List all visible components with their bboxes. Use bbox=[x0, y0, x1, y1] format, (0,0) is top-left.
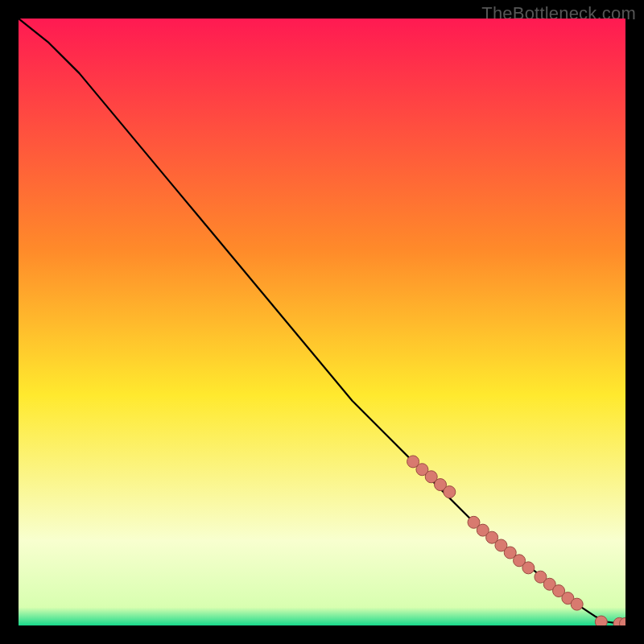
data-marker bbox=[571, 598, 583, 610]
chart-frame: TheBottleneck.com bbox=[0, 0, 644, 644]
chart-svg bbox=[19, 19, 625, 625]
data-marker bbox=[595, 616, 607, 625]
data-marker bbox=[444, 486, 456, 498]
data-marker bbox=[522, 562, 535, 574]
plot-area bbox=[19, 19, 625, 625]
